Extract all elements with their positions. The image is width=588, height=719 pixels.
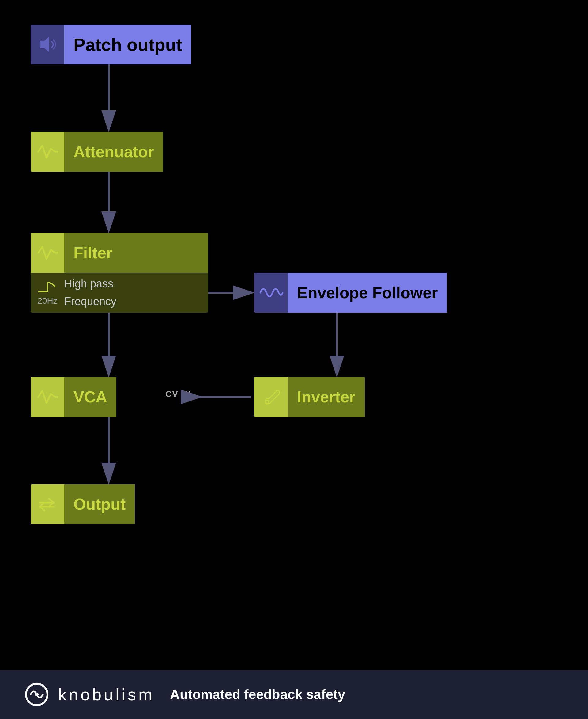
patch-output-label: Patch output <box>64 24 191 64</box>
svg-marker-0 <box>40 37 49 52</box>
knobulism-logo <box>24 682 49 707</box>
footer-brand: knobulism <box>58 685 155 704</box>
flow-connectors <box>0 0 588 719</box>
attenuator-block[interactable]: Attenuator <box>30 132 208 172</box>
output-icon <box>30 484 64 524</box>
svg-point-9 <box>35 693 39 696</box>
filter-block-bottom: 20Hz High pass Frequency <box>30 273 208 313</box>
envelope-follower-block[interactable]: Envelope Follower <box>254 273 521 313</box>
filter-freq-label: 20Hz <box>37 296 57 306</box>
footer-tagline: Automated feedback safety <box>170 687 345 702</box>
envelope-follower-label: Envelope Follower <box>288 273 447 313</box>
filter-param: Frequency <box>64 293 117 311</box>
speaker-icon <box>30 24 64 64</box>
filter-label: Filter <box>64 233 208 273</box>
footer: knobulism Automated feedback safety <box>0 670 588 719</box>
filter-icon <box>30 233 64 273</box>
attenuator-label: Attenuator <box>64 132 163 172</box>
envelope-icon <box>254 273 288 313</box>
filter-type: High pass <box>64 275 117 293</box>
inverter-block[interactable]: Inverter <box>254 377 450 417</box>
main-canvas: Patch output Attenuator Filter 20Hz <box>0 0 588 719</box>
output-label: Output <box>64 484 135 524</box>
inverter-label: Inverter <box>288 377 365 417</box>
filter-type-icon: 20Hz <box>30 280 64 306</box>
vca-label: VCA <box>64 377 117 417</box>
output-block[interactable]: Output <box>30 484 184 524</box>
cv-in-label: CV IN <box>165 389 191 399</box>
vca-block[interactable]: VCA <box>30 377 159 417</box>
wrench-icon <box>254 377 288 417</box>
filter-params: High pass Frequency <box>64 275 117 310</box>
attenuator-icon <box>30 132 64 172</box>
vca-icon <box>30 377 64 417</box>
patch-output-block[interactable]: Patch output <box>30 24 245 64</box>
filter-block-top[interactable]: Filter <box>30 233 208 273</box>
